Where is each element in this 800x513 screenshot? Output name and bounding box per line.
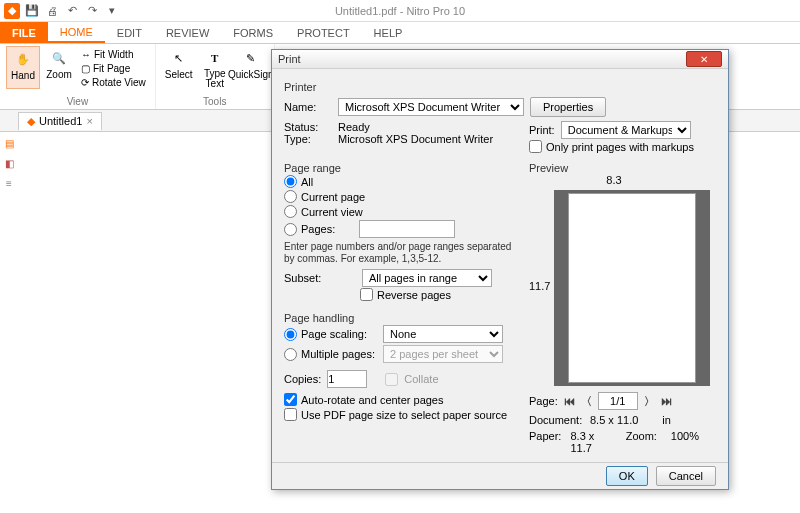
hand-label: Hand (11, 70, 35, 81)
rotate-view-button[interactable]: ⟳Rotate View (78, 76, 149, 89)
pages-hint: Enter page numbers and/or page ranges se… (284, 239, 519, 269)
copies-input[interactable] (327, 370, 367, 388)
typetext-icon: T (205, 48, 225, 68)
menu-review[interactable]: REVIEW (154, 22, 221, 43)
close-dialog-button[interactable]: ✕ (686, 51, 722, 67)
print-what-select[interactable]: Document & Markups (561, 121, 691, 139)
unit-label: in (662, 414, 671, 426)
bookmarks-panel-icon[interactable]: ◧ (2, 156, 16, 170)
zoom-label: Zoom (46, 69, 72, 80)
multiple-select[interactable]: 2 pages per sheet (383, 345, 503, 363)
group-label-tools: Tools (203, 96, 226, 107)
hand-button[interactable]: ✋ Hand (6, 46, 40, 89)
radio-multiple[interactable] (284, 348, 297, 361)
quick-access-toolbar: ◆ 💾 🖨 ↶ ↷ ▾ (0, 0, 800, 22)
radio-current-view-label: Current view (301, 206, 363, 218)
ribbon-group-view: ✋ Hand 🔍 Zoom ↔Fit Width ▢Fit Page ⟳Rota… (0, 44, 156, 109)
close-tab-icon[interactable]: × (86, 115, 92, 127)
fit-page-icon: ▢ (81, 63, 90, 74)
type-value: Microsoft XPS Document Writer (338, 133, 493, 145)
hand-icon: ✋ (13, 49, 33, 69)
copies-label: Copies: (284, 373, 321, 385)
only-markups-checkbox[interactable] (529, 140, 542, 153)
status-label: Status: (284, 121, 332, 133)
doc-tab-label: Untitled1 (39, 115, 82, 127)
preview-width: 8.3 (529, 174, 699, 186)
page-nav-label: Page: (529, 395, 558, 407)
reverse-checkbox[interactable] (360, 288, 373, 301)
properties-button[interactable]: Properties (530, 97, 606, 117)
dropdown-icon[interactable]: ▾ (104, 3, 120, 19)
fit-page-label: Fit Page (93, 63, 130, 74)
undo-icon[interactable]: ↶ (64, 3, 80, 19)
save-icon[interactable]: 💾 (24, 3, 40, 19)
redo-icon[interactable]: ↷ (84, 3, 100, 19)
ribbon-group-tools: ↖ Select T Type Text ✎ QuickSign Tools (156, 44, 275, 109)
reverse-label: Reverse pages (377, 289, 451, 301)
quicksign-label: QuickSign (228, 69, 274, 80)
radio-pages-label: Pages: (301, 223, 335, 235)
radio-pages[interactable] (284, 223, 297, 236)
app-icon: ◆ (4, 3, 20, 19)
collate-label: Collate (404, 373, 438, 385)
subset-label: Subset: (284, 272, 332, 284)
document-size-label: Document: (529, 414, 584, 426)
first-page-icon[interactable]: ⏮ (564, 395, 575, 407)
menu-file[interactable]: FILE (0, 22, 48, 43)
pdf-size-checkbox[interactable] (284, 408, 297, 421)
pages-panel-icon[interactable]: ▤ (2, 136, 16, 150)
dialog-title-bar: Print ✕ (272, 50, 728, 69)
printer-select[interactable]: Microsoft XPS Document Writer (338, 98, 524, 116)
last-page-icon[interactable]: ⏭ (661, 395, 672, 407)
print-icon[interactable]: 🖨 (44, 3, 60, 19)
radio-current-page[interactable] (284, 190, 297, 203)
page-number-input[interactable] (598, 392, 638, 410)
doc-icon: ◆ (27, 115, 35, 128)
type-text-button[interactable]: T Type Text (198, 46, 232, 91)
rotate-label: Rotate View (92, 77, 146, 88)
zoom-label: Zoom: (626, 430, 657, 454)
printer-name-label: Name: (284, 101, 332, 113)
layers-panel-icon[interactable]: ≡ (2, 176, 16, 190)
radio-all-label: All (301, 176, 313, 188)
radio-scaling[interactable] (284, 328, 297, 341)
document-size-value: 8.5 x 11.0 (590, 414, 638, 426)
menu-forms[interactable]: FORMS (221, 22, 285, 43)
auto-rotate-checkbox[interactable] (284, 393, 297, 406)
next-page-icon[interactable]: 〉 (644, 394, 655, 409)
subset-select[interactable]: All pages in range (362, 269, 492, 287)
preview-page (568, 193, 696, 383)
page-handling-label: Page handling (284, 312, 519, 324)
scaling-select[interactable]: None (383, 325, 503, 343)
radio-all[interactable] (284, 175, 297, 188)
dialog-title: Print (278, 53, 301, 65)
quicksign-button[interactable]: ✎ QuickSign (234, 46, 268, 91)
select-button[interactable]: ↖ Select (162, 46, 196, 91)
preview-height: 11.7 (529, 280, 550, 292)
pages-input[interactable] (359, 220, 455, 238)
cancel-button[interactable]: Cancel (656, 466, 716, 486)
menu-edit[interactable]: EDIT (105, 22, 154, 43)
group-label-view: View (67, 96, 89, 107)
ok-button[interactable]: OK (606, 466, 648, 486)
radio-current-view[interactable] (284, 205, 297, 218)
scaling-label: Page scaling: (301, 328, 379, 340)
fit-width-button[interactable]: ↔Fit Width (78, 48, 149, 61)
preview-frame (554, 190, 710, 386)
collate-checkbox[interactable] (385, 373, 398, 386)
menu-protect[interactable]: PROTECT (285, 22, 362, 43)
print-dialog: Print ✕ Printer Name: Microsoft XPS Docu… (271, 49, 729, 490)
prev-page-icon[interactable]: 〈 (581, 394, 592, 409)
paper-size-value: 8.3 x 11.7 (570, 430, 601, 454)
menu-home[interactable]: HOME (48, 22, 105, 43)
signature-icon: ✎ (241, 48, 261, 68)
print-what-label: Print: (529, 124, 555, 136)
zoom-icon: 🔍 (49, 48, 69, 68)
document-tab[interactable]: ◆ Untitled1 × (18, 112, 102, 130)
fit-page-button[interactable]: ▢Fit Page (78, 62, 149, 75)
rotate-icon: ⟳ (81, 77, 89, 88)
zoom-button[interactable]: 🔍 Zoom (42, 46, 76, 89)
menu-help[interactable]: HELP (362, 22, 415, 43)
typetext-label: Type Text (204, 69, 226, 89)
fit-width-label: Fit Width (94, 49, 133, 60)
